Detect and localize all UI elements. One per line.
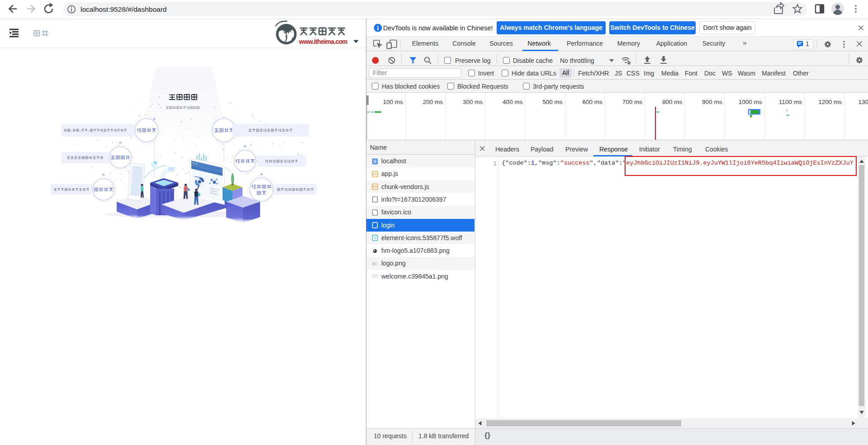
svg-text:T: T bbox=[374, 236, 377, 241]
svg-text:localhost:9528/#/dashboard: localhost:9528/#/dashboard bbox=[81, 5, 166, 13]
svg-text:www.itheima.com: www.itheima.com bbox=[299, 38, 347, 45]
